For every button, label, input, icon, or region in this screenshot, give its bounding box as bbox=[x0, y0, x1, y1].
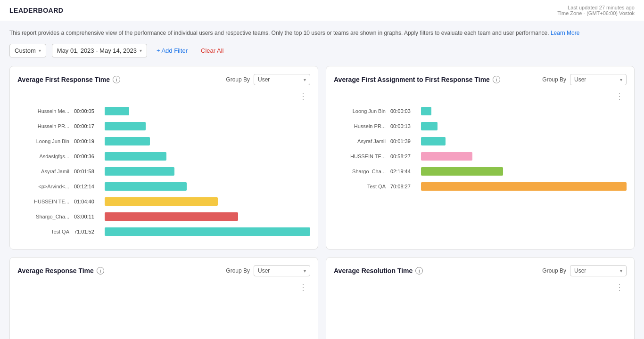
chart2-info-icon[interactable]: i bbox=[493, 76, 500, 83]
chart1-dots-menu: ⋮ bbox=[17, 91, 310, 101]
bar bbox=[105, 137, 150, 145]
chart4-group-by-select[interactable]: User ▾ bbox=[570, 265, 627, 276]
chart2-group-by-value: User bbox=[574, 76, 586, 83]
chart3-header: Average Response Time i Group By User ▾ bbox=[17, 265, 310, 276]
table-row: Hussein Me...00:00:05 bbox=[17, 107, 310, 115]
chart4-title: Average Resolution Time bbox=[334, 267, 413, 274]
bar-value: 00:00:03 bbox=[390, 108, 421, 114]
bar-container bbox=[421, 122, 627, 130]
chart2-group-by-chevron-icon: ▾ bbox=[620, 77, 622, 82]
bar-label: Test QA bbox=[17, 229, 74, 234]
chart1-group-by-label: Group By bbox=[226, 76, 250, 83]
chart1-group-by-chevron-icon: ▾ bbox=[304, 77, 306, 82]
bar-label: Shargo_Cha... bbox=[334, 169, 390, 174]
chart1-info-icon[interactable]: i bbox=[113, 76, 120, 83]
bar-value: 00:00:05 bbox=[74, 108, 105, 114]
bar-label: Shargo_Cha... bbox=[17, 214, 74, 219]
app-title: LEADERBOARD bbox=[9, 7, 63, 14]
bar-value: 00:00:13 bbox=[390, 123, 421, 129]
table-row: Test QA71:01:52 bbox=[17, 227, 310, 236]
chart1-body: ⋮ Hussein Me...00:00:05Hussein PR...00:0… bbox=[17, 91, 310, 242]
bar-value: 00:01:58 bbox=[74, 169, 105, 174]
bar-container bbox=[105, 152, 310, 161]
chart2-title-area: Average First Assignment to First Respon… bbox=[334, 76, 500, 83]
learn-more-link[interactable]: Learn More bbox=[551, 30, 579, 36]
date-type-chevron-icon: ▾ bbox=[39, 48, 41, 53]
chart3-body: ⋮ bbox=[17, 282, 310, 339]
chart3-group-by-chevron-icon: ▾ bbox=[304, 268, 306, 274]
chart4-group-by-value: User bbox=[574, 267, 586, 274]
table-row: Asyraf Jamil00:01:39 bbox=[334, 137, 627, 145]
bar-container bbox=[421, 137, 627, 145]
app-header: LEADERBOARD Last updated 27 minutes ago … bbox=[0, 0, 644, 21]
chart2-bars: Loong Jun Bin00:00:03Hussein PR...00:00:… bbox=[334, 103, 627, 191]
table-row: Asyraf Jamil00:01:58 bbox=[17, 167, 310, 176]
chart3-group-by-select[interactable]: User ▾ bbox=[254, 265, 310, 276]
add-filter-button[interactable]: + Add Filter bbox=[153, 44, 191, 57]
chart2-title: Average First Assignment to First Respon… bbox=[334, 76, 490, 83]
chart2-more-options-button[interactable]: ⋮ bbox=[612, 91, 627, 101]
chart3-group-by-value: User bbox=[258, 267, 270, 274]
bar-label: Test QA bbox=[334, 184, 390, 189]
table-row: Hussein PR...00:00:17 bbox=[17, 122, 310, 130]
chart3-group-by-label: Group By bbox=[226, 267, 250, 274]
chart4-info-icon[interactable]: i bbox=[415, 267, 423, 274]
bar-label: Asdasfgfgs... bbox=[17, 153, 74, 159]
filters-bar: Custom ▾ May 01, 2023 - May 14, 2023 ▾ +… bbox=[9, 44, 635, 57]
chart-avg-resolution-time: Average Resolution Time i Group By User … bbox=[326, 257, 635, 339]
bar-label: HUSSEIN TE... bbox=[17, 199, 74, 204]
bar-value: 00:00:17 bbox=[74, 123, 105, 129]
date-range-value: May 01, 2023 - May 14, 2023 bbox=[57, 47, 137, 54]
bar bbox=[421, 167, 503, 176]
bar-label: Hussein PR... bbox=[334, 123, 390, 129]
date-type-value: Custom bbox=[15, 47, 36, 54]
bar-value: 70:08:27 bbox=[390, 184, 421, 189]
date-type-filter[interactable]: Custom ▾ bbox=[9, 44, 46, 57]
date-range-filter[interactable]: May 01, 2023 - May 14, 2023 ▾ bbox=[52, 44, 147, 57]
chart4-more-options-button[interactable]: ⋮ bbox=[612, 282, 627, 292]
chart2-dots-menu: ⋮ bbox=[334, 91, 627, 101]
chart3-group-by-area: Group By User ▾ bbox=[226, 265, 310, 276]
bar-value: 00:00:19 bbox=[74, 138, 105, 144]
header-meta: Last updated 27 minutes ago Time Zone - … bbox=[557, 5, 635, 16]
table-row: Loong Jun Bin00:00:19 bbox=[17, 137, 310, 145]
chart3-dots-menu: ⋮ bbox=[17, 282, 310, 292]
chart2-header: Average First Assignment to First Respon… bbox=[334, 74, 627, 85]
bar-value: 00:01:39 bbox=[390, 138, 421, 144]
bar-label: <p>Arvind<... bbox=[17, 184, 74, 189]
bar bbox=[105, 212, 238, 221]
bar-value: 00:12:14 bbox=[74, 184, 105, 189]
bar-container bbox=[421, 182, 627, 191]
bar bbox=[421, 122, 438, 130]
chart3-title-area: Average Response Time i bbox=[17, 267, 104, 274]
table-row: Test QA70:08:27 bbox=[334, 182, 627, 191]
chart1-more-options-button[interactable]: ⋮ bbox=[296, 91, 310, 101]
bar bbox=[105, 182, 187, 191]
bar-label: Hussein PR... bbox=[17, 123, 74, 129]
bar-value: 01:04:40 bbox=[74, 199, 105, 204]
chart2-group-by-select[interactable]: User ▾ bbox=[570, 74, 627, 85]
bar bbox=[105, 152, 166, 161]
chart3-info-icon[interactable]: i bbox=[97, 267, 104, 274]
table-row: Shargo_Cha...03:00:11 bbox=[17, 212, 310, 221]
chart2-group-by-label: Group By bbox=[542, 76, 566, 83]
bar-container bbox=[105, 227, 310, 236]
table-row: <p>Arvind<...00:12:14 bbox=[17, 182, 310, 191]
bar-container bbox=[105, 212, 310, 221]
page-body: This report provides a comprehensive vie… bbox=[0, 21, 644, 339]
chart2-body: ⋮ Loong Jun Bin00:00:03Hussein PR...00:0… bbox=[334, 91, 627, 242]
chart4-group-by-area: Group By User ▾ bbox=[542, 265, 627, 276]
bar-container bbox=[105, 107, 310, 115]
chart4-header: Average Resolution Time i Group By User … bbox=[334, 265, 627, 276]
bar-value: 00:58:27 bbox=[390, 153, 421, 159]
clear-all-label: Clear All bbox=[201, 47, 223, 54]
add-filter-label: + Add Filter bbox=[157, 47, 188, 54]
table-row: Shargo_Cha...02:19:44 bbox=[334, 167, 627, 176]
chart1-group-by-select[interactable]: User ▾ bbox=[254, 74, 310, 85]
chart3-more-options-button[interactable]: ⋮ bbox=[296, 282, 310, 292]
bar bbox=[105, 107, 129, 115]
bar-container bbox=[105, 167, 310, 176]
clear-all-button[interactable]: Clear All bbox=[197, 44, 227, 57]
bar-label: Asyraf Jamil bbox=[334, 138, 390, 144]
bar bbox=[105, 167, 174, 176]
